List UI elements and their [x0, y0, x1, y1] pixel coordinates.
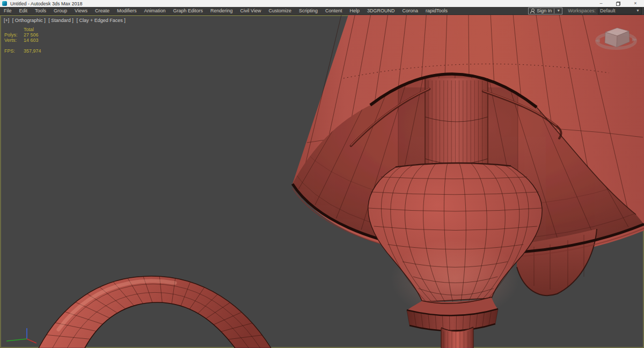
menu-item-graph-editors[interactable]: Graph Editors: [169, 7, 207, 15]
stats-verts-label: Verts:: [4, 38, 19, 43]
menu-item-views[interactable]: Views: [71, 7, 91, 15]
stats-polys-value: 27 506: [24, 32, 39, 38]
menu-item-scripting[interactable]: Scripting: [295, 7, 321, 15]
viewport-statistics: Total Polys:27 506 Verts:14 603 FPS:357,…: [4, 27, 41, 54]
viewport-pov-menu[interactable]: [+]: [4, 18, 9, 23]
viewport[interactable]: [+] [ Orthographic ] [ Standard ] [ Clay…: [0, 15, 644, 348]
person-icon: [530, 9, 535, 13]
window-title: Untitled - Autodesk 3ds Max 2018: [10, 1, 83, 6]
minimize-button[interactable]: –: [592, 0, 610, 7]
menu-item-animation[interactable]: Animation: [140, 7, 169, 15]
menu-item-file[interactable]: File: [0, 7, 16, 15]
chevron-down-icon: ▼: [636, 8, 640, 13]
menu-item-create[interactable]: Create: [91, 7, 113, 15]
restore-button[interactable]: [616, 2, 620, 6]
title-bar: Untitled - Autodesk 3ds Max 2018 – ×: [0, 0, 644, 7]
viewcube-cube: [605, 28, 630, 47]
menu-item-help[interactable]: Help: [346, 7, 363, 15]
menu-item-rendering[interactable]: Rendering: [207, 7, 237, 15]
menu-item-group[interactable]: Group: [50, 7, 71, 15]
viewport-view-menu[interactable]: [ Orthographic ]: [12, 18, 46, 23]
viewcube[interactable]: [591, 23, 640, 56]
menu-bar: FileEditToolsGroupViewsCreateModifiersAn…: [0, 7, 644, 15]
workspaces-label: Workspaces:: [568, 8, 596, 13]
3ds-max-app-icon: [2, 1, 7, 6]
window-controls: – ×: [592, 0, 644, 7]
close-button[interactable]: ×: [627, 0, 644, 7]
menu-item-customize[interactable]: Customize: [265, 7, 295, 15]
menu-item-edit[interactable]: Edit: [16, 7, 32, 15]
menu-item-corona[interactable]: Corona: [398, 7, 422, 15]
3ds-max-window: Untitled - Autodesk 3ds Max 2018 – × Fil…: [0, 0, 644, 348]
menu-item-rapidtools[interactable]: rapidTools: [422, 7, 451, 15]
viewport-standard-menu[interactable]: [ Standard ]: [48, 18, 74, 23]
menu-right-cluster: Sign In ▼ Workspaces: Default ▼: [528, 7, 644, 15]
workspaces-dropdown[interactable]: Default ▼: [598, 8, 642, 14]
viewport-canvas[interactable]: [0, 15, 644, 348]
stats-polys-label: Polys:: [4, 32, 19, 38]
sign-in-button[interactable]: Sign In ▼: [528, 8, 562, 14]
viewport-shading-menu[interactable]: [ Clay + Edged Faces ]: [76, 18, 125, 23]
menu-item-3dground[interactable]: 3DGROUND: [363, 7, 399, 15]
stats-verts-value: 14 603: [24, 38, 39, 43]
sign-in-label: Sign In: [537, 8, 552, 13]
menu-item-tools[interactable]: Tools: [31, 7, 50, 15]
world-axis-gizmo: [2, 325, 45, 347]
chevron-down-icon[interactable]: ▼: [557, 8, 560, 13]
menu-item-civil-view[interactable]: Civil View: [237, 7, 265, 15]
menu-items: FileEditToolsGroupViewsCreateModifiersAn…: [0, 7, 451, 15]
stats-fps-value: 357,974: [24, 48, 41, 54]
workspaces-selected: Default: [600, 8, 636, 13]
stats-fps-label: FPS:: [4, 48, 19, 54]
menu-item-modifiers[interactable]: Modifiers: [113, 7, 141, 15]
stats-total-header: Total: [24, 27, 34, 32]
viewport-label: [+] [ Orthographic ] [ Standard ] [ Clay…: [4, 18, 127, 23]
menu-item-content[interactable]: Content: [321, 7, 346, 15]
